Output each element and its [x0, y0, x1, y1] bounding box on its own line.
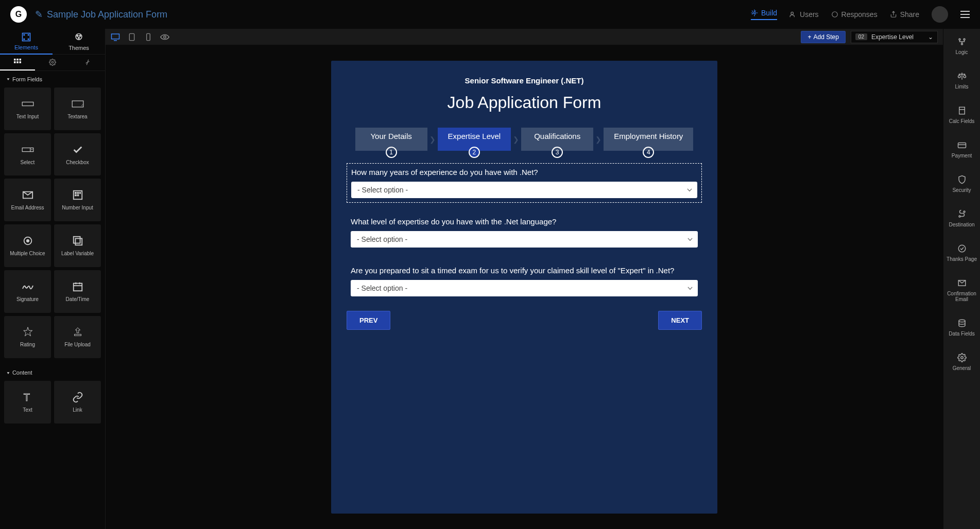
tab-elements[interactable]: Elements — [0, 29, 53, 55]
field-rating[interactable]: Rating — [4, 316, 51, 359]
step-qualifications[interactable]: Qualifications3 — [521, 128, 593, 151]
desktop-icon[interactable] — [111, 33, 120, 41]
field-label-variable[interactable]: Label Variable — [54, 224, 101, 267]
left-tabs: Elements Themes — [0, 29, 105, 55]
nav-share[interactable]: Share — [890, 10, 919, 19]
plus-icon: + — [807, 33, 811, 41]
svg-point-9 — [77, 35, 78, 37]
add-step-button[interactable]: +Add Step — [801, 31, 845, 43]
field-textarea[interactable]: Textarea — [54, 87, 101, 130]
svg-point-51 — [959, 216, 960, 217]
svg-point-18 — [51, 61, 54, 63]
svg-point-2 — [832, 12, 837, 17]
step-selector[interactable]: 02 Expertise Level ⌄ — [851, 31, 938, 43]
form-title-editor[interactable]: ✎ Sample Job Application Form — [35, 9, 167, 20]
right-confirmation-email[interactable]: Confirmation Email — [943, 270, 980, 310]
calendar-icon — [72, 281, 84, 292]
tablet-icon[interactable] — [127, 33, 136, 41]
number-icon — [72, 189, 84, 201]
share-icon — [890, 11, 897, 18]
responses-icon — [831, 11, 838, 18]
menu-icon[interactable] — [960, 11, 970, 18]
form-field-exam[interactable]: Are you prepared to sit a timed exam for… — [347, 262, 702, 301]
star-icon — [22, 326, 34, 338]
svg-rect-14 — [20, 59, 22, 61]
field-datetime[interactable]: Date/Time — [54, 270, 101, 313]
step-name-label: Expertise Level — [871, 33, 914, 41]
field-file-upload[interactable]: File Upload — [54, 316, 101, 359]
link-icon — [72, 392, 84, 403]
subtab-settings[interactable] — [35, 55, 70, 70]
right-payment[interactable]: Payment — [943, 132, 980, 167]
field-multiple-choice[interactable]: Multiple Choice — [4, 224, 51, 267]
tab-themes[interactable]: Themes — [53, 29, 105, 55]
prev-button[interactable]: PREV — [347, 311, 390, 330]
logo[interactable]: G — [10, 6, 27, 23]
nav-users[interactable]: Users — [789, 10, 819, 19]
field-grid: Text Input Textarea Select Checkbox Emai… — [0, 87, 105, 358]
svg-point-52 — [964, 211, 965, 213]
step-expertise-level[interactable]: Expertise Level2 — [438, 128, 511, 151]
nav-responses[interactable]: Responses — [831, 10, 878, 19]
svg-rect-12 — [14, 59, 16, 61]
mobile-icon[interactable] — [144, 33, 153, 41]
svg-rect-20 — [72, 101, 83, 107]
select-expertise[interactable]: - Select option - — [351, 231, 698, 248]
svg-point-44 — [959, 39, 960, 40]
select-exam[interactable]: - Select option - — [351, 280, 698, 296]
svg-point-55 — [959, 320, 965, 322]
section-content[interactable]: Content — [0, 364, 105, 381]
card-icon — [957, 140, 967, 150]
right-logic[interactable]: Logic — [943, 29, 980, 63]
svg-rect-41 — [129, 33, 134, 40]
gear-icon — [957, 353, 967, 362]
right-thanks-page[interactable]: Thanks Page — [943, 236, 980, 270]
subtab-grid[interactable] — [0, 55, 35, 70]
svg-rect-32 — [75, 238, 82, 245]
upload-icon — [72, 326, 84, 338]
right-data-fields[interactable]: Data Fields — [943, 310, 980, 345]
left-scroll[interactable]: Form Fields Text Input Textarea Select C… — [0, 71, 105, 529]
field-email[interactable]: Email Address — [4, 179, 51, 221]
main-layout: Elements Themes Form Fields Text Input T… — [0, 29, 980, 529]
calculator-icon — [957, 106, 967, 115]
field-number[interactable]: Number Input — [54, 179, 101, 221]
subtab-style[interactable] — [70, 55, 105, 70]
svg-rect-26 — [79, 192, 80, 194]
form-field-expertise[interactable]: What level of expertise do you have with… — [347, 213, 702, 252]
avatar[interactable] — [932, 6, 948, 23]
grid-icon — [14, 59, 21, 66]
nav-build[interactable]: Build — [751, 9, 777, 20]
text-icon: T — [22, 392, 34, 403]
svg-point-46 — [961, 43, 962, 45]
field-select[interactable]: Select — [4, 133, 51, 176]
svg-rect-31 — [73, 237, 80, 243]
right-limits[interactable]: Limits — [943, 63, 980, 98]
right-general[interactable]: General — [943, 345, 980, 379]
field-signature[interactable]: Signature — [4, 270, 51, 313]
form-title-text: Sample Job Application Form — [47, 9, 167, 20]
right-destination[interactable]: Destination — [943, 201, 980, 236]
svg-rect-47 — [959, 107, 965, 114]
preview-icon[interactable] — [160, 33, 169, 41]
select-experience[interactable]: - Select option - — [351, 182, 697, 198]
field-text-input[interactable]: Text Input — [4, 87, 51, 130]
step-your-details[interactable]: Your Details1 — [355, 128, 427, 151]
database-icon — [957, 319, 967, 328]
field-checkbox[interactable]: Checkbox — [54, 133, 101, 176]
right-calc-fields[interactable]: Calc Fields — [943, 98, 980, 132]
form-main-title: Job Application Form — [347, 93, 702, 112]
step-employment-history[interactable]: Employment History4 — [604, 128, 693, 151]
section-form-fields[interactable]: Form Fields — [0, 71, 105, 87]
next-button[interactable]: NEXT — [658, 311, 702, 330]
pencil-icon: ✎ — [35, 9, 43, 20]
svg-point-7 — [28, 39, 29, 40]
content-link[interactable]: Link — [54, 381, 101, 424]
svg-rect-28 — [77, 195, 79, 196]
canvas[interactable]: Senior Software Engineer (.NET) Job Appl… — [106, 45, 943, 529]
content-text[interactable]: TText — [4, 381, 51, 424]
right-security[interactable]: Security — [943, 167, 980, 201]
form-field-experience[interactable]: How many years of experience do you have… — [347, 163, 702, 203]
svg-point-5 — [28, 34, 29, 36]
layers-icon — [72, 235, 84, 246]
